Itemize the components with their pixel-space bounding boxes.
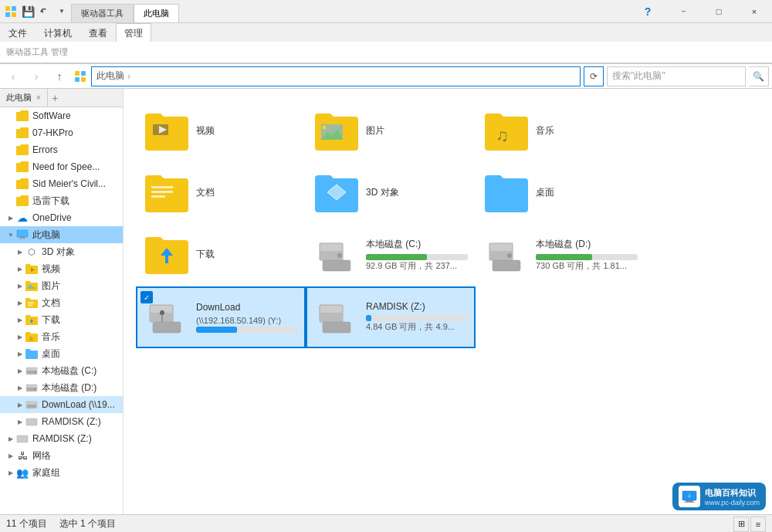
cloud-icon: ☁ (15, 211, 29, 225)
ribbon-tab-view[interactable]: 查看 (80, 23, 116, 42)
sidebar-item-ramdisk-section[interactable]: ▶ RAMDISK (Z:) (0, 430, 123, 447)
sidebar-label: DownLoad (\\19... (42, 399, 115, 410)
ribbon-tab-computer[interactable]: 计算机 (36, 23, 80, 42)
title-bar: 💾 ▼ 驱动器工具 此电脑 ? － □ × (0, 0, 772, 23)
sidebar-item-software[interactable]: SoftWare (0, 107, 123, 124)
sidebar-label: OneDrive (32, 212, 72, 223)
item-downloads[interactable]: 下载 (136, 225, 306, 286)
doc-folder-icon (25, 296, 39, 310)
ramdisk-name: RAMDISK (Z:) (366, 301, 468, 312)
ribbon-tab-manage[interactable]: 管理 (116, 23, 151, 42)
sidebar-item-nfs[interactable]: Need for Spee... (0, 158, 123, 175)
close-button[interactable]: × (736, 0, 772, 23)
svg-point-23 (35, 371, 36, 373)
svg-point-26 (35, 388, 36, 390)
svg-rect-6 (81, 71, 86, 76)
sidebar-item-video[interactable]: ▶ 视频 (0, 260, 123, 277)
up-button[interactable]: ↑ (49, 66, 69, 86)
svg-rect-39 (151, 195, 165, 198)
help-button[interactable]: ? (630, 0, 665, 23)
ramdisk-progress-fill (366, 315, 371, 321)
sidebar-item-music[interactable]: ▶ ♫ 音乐 (0, 328, 123, 345)
sidebar-add-btn[interactable]: + (47, 89, 63, 107)
window-icon (3, 4, 19, 19)
music-folder-icon: ♫ (25, 330, 39, 344)
item-drive-c[interactable]: 本地磁盘 (C:) 92.9 GB 可用，共 237... (306, 225, 476, 286)
svg-point-48 (507, 253, 512, 258)
folder-icon (15, 143, 29, 157)
forward-button: › (26, 66, 46, 86)
ramdisk-section-icon (15, 432, 29, 446)
item-3d[interactable]: 3D 对象 (306, 163, 476, 225)
sidebar-item-downloads[interactable]: ▶ 下载 (0, 311, 123, 328)
pic-folder-icon (25, 279, 39, 293)
watermark: 电脑百科知识 www.pc-daily.com (672, 483, 766, 510)
ramdisk-detail: 4.84 GB 可用，共 4.9... (366, 321, 468, 333)
item-drive-d[interactable]: 本地磁盘 (D:) 730 GB 可用，共 1.81... (476, 225, 645, 286)
sidebar-item-drive-d[interactable]: ▶ 本地磁盘 (D:) (0, 379, 123, 396)
svg-rect-49 (493, 260, 520, 271)
sidebar-item-pictures[interactable]: ▶ 图片 (0, 277, 123, 294)
expand-arrow: ▶ (6, 435, 15, 442)
maximize-button[interactable]: □ (701, 0, 736, 23)
address-input[interactable]: 此电脑 › (91, 66, 581, 86)
sidebar-close-btn[interactable]: × (36, 93, 41, 102)
sidebar-label: 图片 (42, 280, 60, 293)
svg-point-35 (323, 126, 327, 130)
video-folder-icon (144, 109, 190, 155)
ribbon-content: 驱动器工具 管理 (0, 42, 772, 63)
item-desktop[interactable]: 桌面 (476, 163, 645, 225)
dropdown-icon[interactable]: ▼ (54, 4, 69, 19)
search-box[interactable]: 搜索"此电脑" (607, 66, 746, 86)
sidebar-item-desktop[interactable]: ▶ 桌面 (0, 345, 123, 362)
tab-this-pc[interactable]: 此电脑 (134, 4, 179, 22)
refresh-button[interactable]: ⟳ (584, 66, 604, 86)
sidebar-item-drive-c[interactable]: ▶ 本地磁盘 (C:) (0, 362, 123, 379)
item-download-net[interactable]: ✓ DownLoad (\\192.168.50.149) (Y:) (136, 286, 306, 348)
sidebar-item-3d[interactable]: ▶ ⬡ 3D 对象 (0, 243, 123, 260)
tab-driver-tools[interactable]: 驱动器工具 (71, 4, 134, 22)
sidebar-item-thunderbird[interactable]: 迅雷下载 (0, 192, 123, 209)
sidebar-tab-this-pc[interactable]: 此电脑 × (0, 89, 47, 107)
sidebar-item-homegroup[interactable]: ▶ 👥 家庭组 (0, 464, 123, 481)
pic-info: 图片 (360, 124, 468, 141)
drive-c-info: 本地磁盘 (C:) 92.9 GB 可用，共 237... (360, 238, 468, 273)
sidebar-item-07hkpro[interactable]: 07-HKPro (0, 124, 123, 141)
item-ramdisk[interactable]: RAMDISK (Z:) 4.84 GB 可用，共 4.9... (306, 286, 476, 348)
sidebar-label: 网络 (32, 449, 51, 463)
title-tabs: 驱动器工具 此电脑 (71, 0, 179, 22)
item-music[interactable]: ♫ 音乐 (476, 101, 645, 163)
desktop-name: 桌面 (536, 186, 638, 199)
ramdisk-progress-bg (366, 315, 468, 321)
music-name: 音乐 (536, 124, 638, 137)
ribbon-tab-file[interactable]: 文件 (0, 23, 36, 42)
undo-icon[interactable] (37, 4, 52, 19)
sidebar-item-documents[interactable]: ▶ 文档 (0, 294, 123, 311)
dl-name: 下载 (196, 248, 298, 261)
expand-arrow: ▼ (6, 232, 15, 239)
sidebar-scroll: SoftWare 07-HKPro Errors (0, 107, 123, 481)
grid-view-btn[interactable]: ⊞ (733, 517, 749, 532)
save-icon[interactable]: 💾 (20, 4, 36, 19)
drive-d-progress-fill (536, 254, 592, 260)
svg-rect-60 (684, 502, 695, 503)
sidebar-item-errors[interactable]: Errors (0, 141, 123, 158)
item-pictures[interactable]: 图片 (306, 101, 476, 163)
sidebar-item-download-net[interactable]: ▶ DownLoad (\\19... (0, 396, 123, 413)
dl-net-info: DownLoad (\\192.168.50.149) (Y:) (190, 302, 298, 333)
sidebar-item-onedrive[interactable]: ▶ ☁ OneDrive (0, 209, 123, 226)
item-documents[interactable]: 文档 (136, 163, 306, 225)
sidebar-item-ramdisk-z[interactable]: ▶ RAMDISK (Z:) (0, 413, 123, 430)
desktop-folder-icon (25, 347, 39, 361)
search-button[interactable]: 🔍 (749, 66, 769, 86)
net-drive-icon (25, 398, 39, 412)
drive-d-detail: 730 GB 可用，共 1.81... (536, 260, 638, 272)
minimize-button[interactable]: － (665, 0, 701, 23)
sidebar-item-this-pc[interactable]: ▼ 此电脑 (0, 226, 123, 243)
sidebar-item-network[interactable]: ▶ 🖧 网络 (0, 447, 123, 464)
list-view-btn[interactable]: ≡ (750, 517, 766, 532)
sidebar-item-sid[interactable]: Sid Meier's Civil... (0, 175, 123, 192)
item-video[interactable]: 视频 (136, 101, 306, 163)
sidebar-label: Errors (32, 144, 58, 155)
drive-d-progress-bg (536, 254, 638, 260)
